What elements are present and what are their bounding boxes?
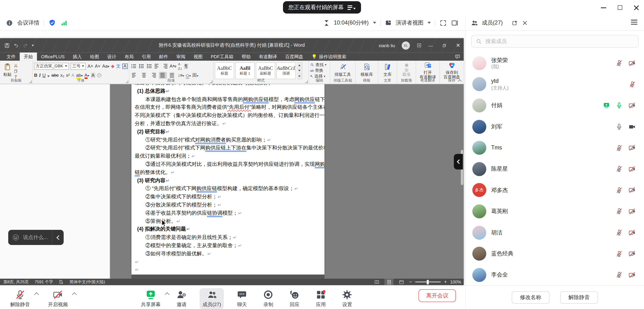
side-panel-icon[interactable] <box>451 19 458 26</box>
word-tab-设计[interactable]: 设计 <box>103 52 121 61</box>
baidu-save-button[interactable]: 保存到百度网盘 <box>441 62 463 78</box>
bullet-list-button[interactable] <box>130 63 137 69</box>
panel-collapse-tab[interactable] <box>454 154 463 170</box>
sort-button[interactable]: AZ↓ <box>178 62 182 71</box>
wenku-button[interactable]: 文库 <box>380 62 396 78</box>
copy-icon[interactable] <box>14 69 18 74</box>
template-lib-button[interactable]: 模板库 <box>357 62 377 78</box>
proofing-icon[interactable] <box>59 280 64 284</box>
member-list[interactable]: 张荣荣(我)ytd(主持人)付娟刘军Tms陈星星多杰邓多杰葛英刚胡洁蓝色经典李会… <box>466 52 644 285</box>
align-left-button[interactable] <box>130 72 138 79</box>
distribute-button[interactable] <box>168 72 176 79</box>
shading-char-button[interactable]: A <box>91 72 95 78</box>
word-tab-OfficePLUS[interactable]: OfficePLUS <box>37 52 69 61</box>
cam-off-button[interactable]: 开启视频 <box>45 288 71 309</box>
word-restore-icon[interactable] <box>442 43 447 48</box>
word-tab-插入[interactable]: 插入 <box>69 52 86 61</box>
change-case-button[interactable]: Aa▾ <box>102 64 109 68</box>
read-mode-icon[interactable] <box>372 279 381 285</box>
strikethrough-button[interactable]: abc <box>51 73 58 77</box>
clear-format-icon[interactable]: ◆ <box>111 64 114 68</box>
styles-dialog-launcher[interactable] <box>305 80 308 83</box>
print-layout-icon[interactable] <box>384 279 394 285</box>
style-card-标题[interactable]: AaBbC标题 <box>215 62 234 79</box>
view-caret-icon[interactable] <box>428 22 431 24</box>
word-tab-审阅[interactable]: 审阅 <box>172 52 190 61</box>
close-button[interactable] <box>634 5 639 10</box>
word-tab-引用[interactable]: 引用 <box>138 52 155 61</box>
time-caret-icon[interactable] <box>373 22 376 24</box>
word-count[interactable]: 7591 个字 <box>35 279 53 285</box>
decrease-indent-button[interactable] <box>154 63 160 69</box>
borders-button[interactable]: 田▾ <box>192 73 198 77</box>
react-button[interactable]: 回应 <box>286 288 303 309</box>
word-tab-开始[interactable]: 开始 <box>20 52 37 61</box>
zoom-out-button[interactable]: − <box>409 279 412 285</box>
zoom-slider[interactable] <box>415 282 441 282</box>
settings-button[interactable]: 设置 <box>339 288 356 309</box>
banner-menu-icon[interactable] <box>348 5 356 10</box>
find-button[interactable]: 查找▾ <box>310 62 329 68</box>
rename-footer-button[interactable]: 修改名称 <box>512 291 550 304</box>
align-center-button[interactable] <box>140 72 148 79</box>
highlight-button[interactable]: ab▾ <box>76 73 83 77</box>
style-scroll-down[interactable] <box>297 68 302 74</box>
word-tab-布局[interactable]: 布局 <box>120 52 138 61</box>
style-scroll-up[interactable] <box>297 63 302 68</box>
invite-button[interactable]: 邀请 <box>174 288 190 309</box>
font-color-button[interactable]: A▾ <box>84 73 89 77</box>
info-icon[interactable] <box>6 19 13 26</box>
member-row-Tms[interactable]: Tms <box>466 137 644 158</box>
increase-indent-button[interactable] <box>162 63 168 69</box>
italic-button[interactable]: I <box>39 73 41 77</box>
zoom-slider-thumb[interactable] <box>427 280 429 285</box>
multilevel-list-button[interactable] <box>146 63 152 69</box>
grow-font-button[interactable]: A˄ <box>88 64 93 68</box>
bold-button[interactable]: B <box>34 73 38 77</box>
font-dialog-launcher[interactable] <box>126 80 128 83</box>
member-row-李会全[interactable]: 李会全 <box>466 264 644 285</box>
word-tab-视图[interactable]: 视图 <box>190 52 207 61</box>
member-row-ytd[interactable]: ytd(主持人) <box>466 74 644 95</box>
underline-button[interactable]: U <box>42 73 46 77</box>
word-tab-文件[interactable]: 文件 <box>2 52 20 61</box>
ribbon-collapse-button[interactable] <box>457 78 462 83</box>
show-marks-button[interactable]: ¶ <box>184 63 188 69</box>
asian-layout-button[interactable]: A⇋ <box>170 64 176 68</box>
chat-button[interactable]: 聊天 <box>234 288 250 309</box>
cam-off-caret-icon[interactable] <box>72 293 76 297</box>
leave-meeting-button[interactable]: 离开会议 <box>418 289 456 302</box>
member-row-胡洁[interactable]: 胡洁 <box>466 222 644 243</box>
fullscreen-icon[interactable] <box>440 19 447 26</box>
font-name-select[interactable]: 方正仿宋_GBK <box>34 62 69 69</box>
ribbon-display-icon[interactable] <box>416 43 422 48</box>
member-row-张荣荣[interactable]: 张荣荣(我) <box>466 52 644 74</box>
paste-button[interactable]: 粘贴 <box>1 62 14 78</box>
youdao-open-button[interactable]: A中 打开有道翻译 <box>417 62 438 78</box>
addin-button[interactable]: 加载项 <box>398 62 414 78</box>
number-list-button[interactable] <box>138 63 145 69</box>
tell-me-search[interactable]: 💡操作说明搜索 <box>307 52 350 61</box>
line-spacing-button[interactable]: ↕≡▾ <box>178 73 184 77</box>
page-indicator[interactable]: 第8页, 共25页 <box>3 279 29 285</box>
emoji-icon[interactable] <box>12 233 20 241</box>
member-row-葛英刚[interactable]: 葛英刚 <box>466 201 644 222</box>
member-row-刘军[interactable]: 刘军 <box>466 116 644 137</box>
share-button[interactable]: 共享屏幕 <box>138 288 164 309</box>
share-caret-icon[interactable] <box>165 293 169 297</box>
security-shield-icon[interactable] <box>48 19 56 27</box>
enclose-char-button[interactable]: ㊀ <box>97 73 102 77</box>
word-tab-邮件[interactable]: 邮件 <box>155 52 172 61</box>
zoom-in-button[interactable]: + <box>444 279 447 285</box>
shrink-font-button[interactable]: A˅ <box>95 64 100 68</box>
minimize-button[interactable] <box>601 5 606 10</box>
panel-menu-icon[interactable] <box>631 20 637 24</box>
align-right-button[interactable] <box>150 72 157 79</box>
font-size-select[interactable]: 三号 <box>70 62 86 69</box>
meeting-details-label[interactable]: 会议详情 <box>17 19 40 26</box>
cut-icon[interactable] <box>14 63 18 68</box>
popout-panel-icon[interactable] <box>511 19 518 26</box>
word-user-avatar[interactable]: XL <box>402 41 410 49</box>
document-page[interactable]: 准目标，指标要求（可能变化），以指标的进展与预期指标）(1) 总体思路↵本课题构… <box>132 84 325 275</box>
shading-button[interactable]: ◇▾ <box>186 73 191 77</box>
